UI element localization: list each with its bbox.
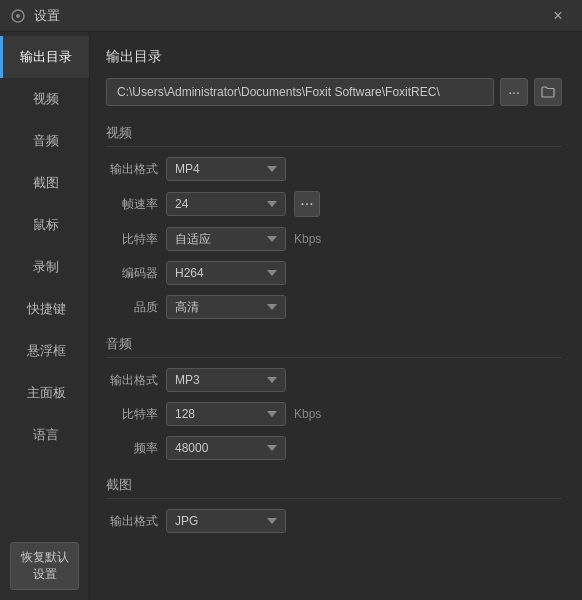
video-bitrate-label: 比特率	[106, 231, 158, 248]
audio-section-title: 音频	[106, 335, 562, 358]
video-bitrate-select[interactable]: 自适应 1000 2000 4000	[166, 227, 286, 251]
browse-button[interactable]: ···	[500, 78, 528, 106]
video-fps-select[interactable]: 24 30 60	[166, 192, 286, 216]
video-quality-row: 品质 高清 标准 超清	[106, 295, 562, 319]
video-quality-select[interactable]: 高清 标准 超清	[166, 295, 286, 319]
audio-format-label: 输出格式	[106, 372, 158, 389]
folder-icon	[541, 86, 555, 98]
video-encoder-row: 编码器 H264 H265 VP8	[106, 261, 562, 285]
audio-bitrate-select[interactable]: 128 192 256 320	[166, 402, 286, 426]
audio-frequency-label: 频率	[106, 440, 158, 457]
output-dir-input[interactable]: C:\Users\Administrator\Documents\Foxit S…	[106, 78, 494, 106]
sidebar-item-dashboard[interactable]: 主面板	[0, 372, 89, 414]
app-icon	[10, 8, 26, 24]
close-button[interactable]: ×	[544, 2, 572, 30]
video-fps-label: 帧速率	[106, 196, 158, 213]
video-encoder-label: 编码器	[106, 265, 158, 282]
video-format-select[interactable]: MP4 AVI MOV	[166, 157, 286, 181]
audio-bitrate-row: 比特率 128 192 256 320 Kbps	[106, 402, 562, 426]
title-bar: 设置 ×	[0, 0, 582, 32]
video-fps-row: 帧速率 24 30 60 ···	[106, 191, 562, 217]
audio-format-select[interactable]: MP3 AAC WAV	[166, 368, 286, 392]
video-format-row: 输出格式 MP4 AVI MOV	[106, 157, 562, 181]
video-section-title: 视频	[106, 124, 562, 147]
output-dir-title: 输出目录	[106, 48, 562, 66]
video-bitrate-row: 比特率 自适应 1000 2000 4000 Kbps	[106, 227, 562, 251]
sidebar-item-floatframe[interactable]: 悬浮框	[0, 330, 89, 372]
svg-point-1	[16, 14, 20, 18]
screenshot-section-title: 截图	[106, 476, 562, 499]
sidebar-item-video[interactable]: 视频	[0, 78, 89, 120]
screenshot-format-select[interactable]: JPG PNG BMP	[166, 509, 286, 533]
content-area: 输出目录 C:\Users\Administrator\Documents\Fo…	[90, 32, 582, 600]
main-layout: 输出目录 视频 音频 截图 鼠标 录制 快捷键 悬浮框 主面板 语言 恢复默认设	[0, 32, 582, 600]
audio-frequency-row: 频率 48000 44100 22050	[106, 436, 562, 460]
video-quality-label: 品质	[106, 299, 158, 316]
open-folder-button[interactable]	[534, 78, 562, 106]
screenshot-format-row: 输出格式 JPG PNG BMP	[106, 509, 562, 533]
video-bitrate-unit: Kbps	[294, 232, 321, 246]
video-format-label: 输出格式	[106, 161, 158, 178]
window-title: 设置	[34, 7, 544, 25]
sidebar-item-output-dir[interactable]: 输出目录	[0, 36, 89, 78]
sidebar-bottom: 恢复默认设置	[0, 532, 89, 600]
sidebar-item-record[interactable]: 录制	[0, 246, 89, 288]
audio-frequency-select[interactable]: 48000 44100 22050	[166, 436, 286, 460]
output-dir-row: C:\Users\Administrator\Documents\Foxit S…	[106, 78, 562, 106]
sidebar-item-language[interactable]: 语言	[0, 414, 89, 456]
sidebar-item-shortcut[interactable]: 快捷键	[0, 288, 89, 330]
audio-format-row: 输出格式 MP3 AAC WAV	[106, 368, 562, 392]
sidebar-item-cursor[interactable]: 鼠标	[0, 204, 89, 246]
fps-more-button[interactable]: ···	[294, 191, 320, 217]
audio-bitrate-label: 比特率	[106, 406, 158, 423]
restore-defaults-button[interactable]: 恢复默认设置	[10, 542, 79, 590]
sidebar-item-audio[interactable]: 音频	[0, 120, 89, 162]
audio-bitrate-unit: Kbps	[294, 407, 321, 421]
video-group: 视频 输出格式 MP4 AVI MOV 帧速率 24 30 60 ···	[106, 124, 562, 319]
video-encoder-select[interactable]: H264 H265 VP8	[166, 261, 286, 285]
screenshot-format-label: 输出格式	[106, 513, 158, 530]
audio-group: 音频 输出格式 MP3 AAC WAV 比特率 128 192 256 320 …	[106, 335, 562, 460]
screenshot-group: 截图 输出格式 JPG PNG BMP	[106, 476, 562, 533]
sidebar: 输出目录 视频 音频 截图 鼠标 录制 快捷键 悬浮框 主面板 语言 恢复默认设	[0, 32, 90, 600]
sidebar-item-screenshot[interactable]: 截图	[0, 162, 89, 204]
